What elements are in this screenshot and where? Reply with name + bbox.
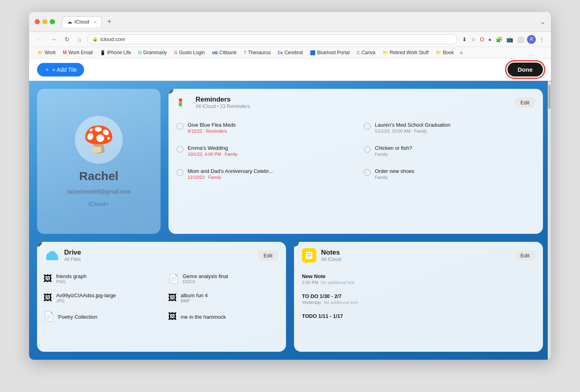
cast-icon[interactable]: 📺: [506, 35, 514, 43]
note-sub: No additional text: [324, 300, 358, 305]
reminder-item: Mom and Dad's Anniversary Celebr... 12/1…: [169, 163, 356, 186]
reminder-checkbox[interactable]: [364, 123, 371, 130]
notes-edit-button[interactable]: Edit: [515, 251, 535, 261]
profile-avatar-icon[interactable]: R: [527, 35, 536, 44]
bookmark-citibank[interactable]: citi Citibank: [209, 49, 239, 56]
reminder-meta: 10/1/22, 4:00 PM · Family: [188, 152, 237, 157]
scrollbar[interactable]: [548, 81, 551, 360]
more-bookmarks-button[interactable]: »: [460, 49, 463, 56]
bookmark-label: Book: [443, 50, 454, 55]
citibank-icon: citi: [212, 51, 217, 55]
done-button[interactable]: Done: [507, 63, 543, 76]
filename: Poetry Collection: [58, 314, 97, 320]
refresh-button[interactable]: ↻: [63, 35, 72, 44]
image-file-icon: 🖼: [168, 293, 177, 303]
profile-email: rachelneedell@gmail.com: [67, 188, 131, 195]
puzzle-icon[interactable]: 🧩: [495, 35, 503, 43]
filename: me in the hammock: [181, 314, 226, 320]
bookmark-iphone-life[interactable]: 📱 iPhone Life: [97, 49, 134, 56]
new-tab-button[interactable]: +: [104, 16, 115, 27]
close-traffic-light[interactable]: [35, 19, 40, 24]
drive-edit-button[interactable]: Edit: [258, 251, 278, 261]
bookmark-gusto[interactable]: G Gusto Login: [171, 49, 208, 56]
filetype: BMP: [181, 298, 208, 303]
extensions-circle-icon[interactable]: ●: [488, 35, 492, 43]
reminders-edit-button[interactable]: Edit: [515, 98, 535, 108]
filetype: DOCX: [183, 279, 228, 284]
minimize-traffic-light[interactable]: [42, 19, 47, 24]
bookmark-thesaurus[interactable]: T Thesaurus: [241, 49, 273, 56]
reminder-text: Lauren's Med School Graduation: [375, 122, 451, 128]
back-button[interactable]: ←: [35, 35, 45, 43]
filetype: JPG: [56, 298, 116, 303]
drive-header: Drive All Files Edit: [37, 242, 286, 269]
thesaurus-icon: T: [244, 50, 247, 55]
drive-file-item[interactable]: 🖼 album fun 4 BMP: [162, 288, 286, 308]
bookmark-canva[interactable]: C Canva: [354, 49, 378, 56]
active-tab[interactable]: ☁ iCloud ×: [62, 16, 102, 27]
home-button[interactable]: ⌂: [76, 35, 83, 43]
bookmark-grammarly[interactable]: G Grammarly: [135, 49, 170, 56]
bookmark-star-icon[interactable]: ☆: [470, 35, 477, 43]
profile-plan: iCloud+: [88, 200, 109, 207]
opera-icon[interactable]: O: [479, 35, 485, 43]
window-more-button[interactable]: ⌄: [540, 18, 545, 25]
reminder-checkbox[interactable]: [364, 146, 371, 153]
add-tile-label: + Add Tile: [52, 67, 77, 73]
split-view-icon[interactable]: ⬜: [516, 35, 525, 43]
bookmark-label: Work Email: [69, 50, 93, 55]
url-bar[interactable]: 🔒 icloud.com: [87, 34, 457, 44]
folder-icon: 📁: [37, 50, 43, 55]
reminder-checkbox[interactable]: [176, 169, 184, 176]
bookmark-cerebral[interactable]: Ce Cerebral: [275, 49, 306, 56]
reminder-text: Give Blue Flea Meds: [188, 122, 236, 128]
reminder-checkbox[interactable]: [364, 169, 371, 176]
drive-file-item[interactable]: 🖼 friends graph PNG: [37, 269, 162, 288]
note-item[interactable]: TO DO 1/30 - 2/7 Yesterday No additional…: [294, 289, 543, 309]
bookmark-book[interactable]: 📁 Book: [433, 49, 457, 56]
folder-icon: 📁: [382, 50, 388, 55]
bookmark-label: Canva: [362, 50, 376, 55]
bookmark-retired[interactable]: 📁 Retired Work Stuff: [380, 49, 431, 56]
drive-file-item[interactable]: 🖼 me in the hammock: [162, 308, 286, 326]
bookmark-label: Work: [45, 50, 56, 55]
canva-icon: C: [357, 50, 360, 55]
reminder-meta: 12/10/22 · Family: [188, 175, 273, 180]
reminder-meta: Family: [375, 175, 414, 180]
svg-point-8: [46, 257, 58, 260]
more-menu-icon[interactable]: ⋮: [538, 35, 545, 43]
tab-close-button[interactable]: ×: [94, 20, 96, 24]
download-icon[interactable]: ⬇: [461, 35, 468, 43]
cerebral-icon: Ce: [278, 51, 283, 55]
lock-icon: 🔒: [92, 37, 98, 42]
reminder-item: Lauren's Med School Graduation 5/12/23, …: [356, 116, 543, 139]
bookmark-work-email[interactable]: M Work Email: [60, 49, 96, 56]
reminder-meta: 9/15/22 · Reminders: [188, 129, 236, 133]
browser-toolbar-icons: ⬇ ☆ O ● 🧩 📺 ⬜ R ⋮: [461, 35, 545, 44]
image-file-icon: 🖼: [43, 293, 52, 303]
drive-file-item[interactable]: 📄 Poetry Collection: [37, 308, 162, 326]
drive-title-group: Drive All Files: [64, 249, 253, 262]
reminder-checkbox[interactable]: [176, 146, 184, 153]
note-title: TO DO 1/30 - 2/7: [302, 293, 535, 299]
reminder-meta: 5/12/23, 10:00 AM · Family: [375, 129, 451, 133]
drive-file-item[interactable]: 📄 Genre analysis final DOCX: [162, 269, 286, 288]
drive-file-item[interactable]: 🖼 Av99yizCIAAdss.jpg-large JPG: [37, 288, 162, 308]
reminders-title-group: Reminders All iCloud • 23 Reminders: [196, 96, 510, 109]
add-tile-button[interactable]: ＋ + Add Tile: [37, 63, 84, 76]
filetype: PNG: [56, 279, 86, 284]
fullscreen-traffic-light[interactable]: [50, 19, 55, 24]
drive-widget: − Drive: [37, 242, 286, 352]
bookmark-bluehost[interactable]: 🟦 Bluehost Portal: [307, 49, 352, 56]
bookmark-work[interactable]: 📁 Work: [35, 49, 59, 56]
tab-favicon-icon: ☁: [67, 19, 72, 25]
reminder-checkbox[interactable]: [176, 123, 184, 130]
bookmark-label: Cerebral: [284, 50, 303, 55]
scrollbar-thumb[interactable]: [548, 85, 551, 109]
bookmark-label: Bluehost Portal: [317, 50, 349, 55]
profile-card[interactable]: 🍄 Rachel rachelneedell@gmail.com iCloud+: [37, 89, 161, 234]
reminder-text: Mom and Dad's Anniversary Celebr...: [188, 168, 273, 174]
note-item[interactable]: TODO 1/11 - 1/17: [294, 309, 543, 324]
note-item[interactable]: New Note 2:55 PM No additional text: [294, 269, 543, 289]
forward-button[interactable]: →: [49, 35, 59, 43]
